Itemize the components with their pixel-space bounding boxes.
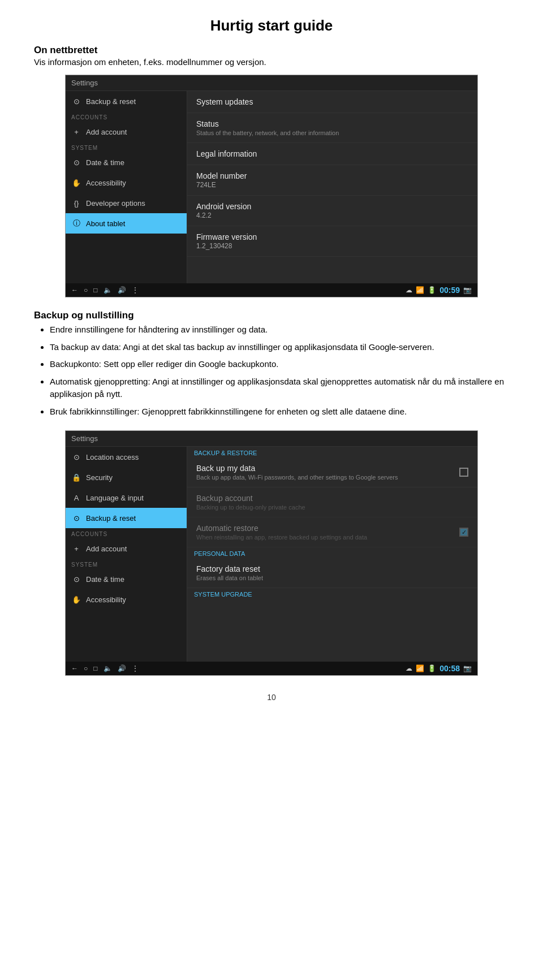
developer-options-icon: {} (71, 198, 81, 208)
screenshot2-content: BACKUP & RESTORE Back up my data Back up… (187, 447, 477, 662)
sidebar-item-backup-reset[interactable]: ⊙ Backup & reset (66, 91, 187, 111)
screenshot2-header: Settings (66, 431, 477, 447)
content-model-number[interactable]: Model number 724LE (187, 165, 477, 196)
content-automatic-restore: Automatic restore When reinstalling an a… (187, 517, 477, 547)
sidebar-item-about-tablet[interactable]: ⓘ About tablet (66, 213, 187, 234)
volume-down-icon: 🔈 (104, 286, 112, 294)
section1-heading: On nettbrettet (34, 45, 509, 56)
about-tablet-icon: ⓘ (71, 218, 81, 228)
backup-my-data-checkbox[interactable] (459, 468, 468, 477)
sidebar-item-accessibility2[interactable]: ✋ Accessibility (66, 589, 187, 610)
wifi-icon: ☁ (406, 286, 412, 294)
screenshot1-statusbar: ← ○ □ 🔈 🔊 ⋮ ☁ 📶 🔋 00:59 📷 (66, 283, 477, 297)
status-clock2: 00:58 (439, 664, 460, 673)
content-legal-info[interactable]: Legal information (187, 143, 477, 165)
bullet-5: Bruk fabrikkinnstillinger: Gjenopprett f… (50, 405, 509, 418)
volume-down-icon2: 🔈 (104, 664, 112, 672)
accounts-section-label2: ACCOUNTS (66, 528, 187, 538)
content-factory-reset[interactable]: Factory data reset Erases all data on ta… (187, 558, 477, 588)
volume-up-icon: 🔊 (118, 286, 126, 294)
backup-restore-section-label: BACKUP & RESTORE (187, 447, 477, 457)
screenshot2-statusbar: ← ○ □ 🔈 🔊 ⋮ ☁ 📶 🔋 00:58 📷 (66, 662, 477, 675)
sidebar-item-location-access[interactable]: ⊙ Location access (66, 447, 187, 467)
section2-heading: Backup og nullstilling (34, 310, 509, 321)
status-clock: 00:59 (439, 286, 460, 295)
camera-icon: 📷 (463, 286, 472, 294)
battery-icon: 🔋 (428, 286, 436, 294)
page-number: 10 (34, 693, 509, 702)
signal-icon2: 📶 (416, 664, 424, 672)
home-icon: ○ (84, 286, 88, 294)
section2: Backup og nullstilling Endre innstilling… (34, 310, 509, 418)
content-backup-account: Backup account Backing up to debug-only … (187, 487, 477, 517)
system-section-label2: SYSTEM (66, 559, 187, 569)
section1-subtext: Vis informasjon om enheten, f.eks. model… (34, 57, 509, 67)
section2-bullets: Endre innstillingene for håndtering av i… (34, 323, 509, 418)
system-upgrade-section-label: SYSTEM UPGRADE (187, 588, 477, 599)
bullet-2: Ta backup av data: Angi at det skal tas … (50, 341, 509, 354)
content-android-version[interactable]: Android version 4.2.2 (187, 196, 477, 226)
recents-icon2: □ (93, 664, 97, 672)
date-time-icon: ⊙ (71, 157, 81, 167)
screenshot1-content: System updates Status Status of the batt… (187, 91, 477, 283)
home-icon2: ○ (84, 664, 88, 672)
date-time-icon2: ⊙ (71, 574, 81, 584)
location-icon: ⊙ (71, 452, 81, 462)
accounts-section-label: ACCOUNTS (66, 111, 187, 122)
sidebar-item-backup-reset2[interactable]: ⊙ Backup & reset (66, 508, 187, 528)
sidebar-item-date-time2[interactable]: ⊙ Date & time (66, 569, 187, 589)
content-system-updates[interactable]: System updates (187, 91, 477, 113)
back-icon: ← (71, 286, 78, 294)
sidebar-item-add-account[interactable]: + Add account (66, 122, 187, 142)
content-firmware-version[interactable]: Firmware version 1.2_130428 (187, 226, 477, 257)
content-backup-my-data[interactable]: Back up my data Back up app data, Wi-Fi … (187, 457, 477, 487)
screenshot2-sidebar: ⊙ Location access 🔒 Security A Language … (66, 447, 187, 662)
sidebar-item-date-time[interactable]: ⊙ Date & time (66, 152, 187, 172)
signal-icon: 📶 (416, 286, 424, 294)
camera-icon2: 📷 (463, 664, 472, 672)
sidebar-item-language-input[interactable]: A Language & input (66, 487, 187, 508)
system-section-label: SYSTEM (66, 142, 187, 152)
sidebar-item-add-account2[interactable]: + Add account (66, 538, 187, 559)
page-title: Hurtig start guide (34, 17, 509, 34)
battery-icon2: 🔋 (428, 664, 436, 672)
sidebar-item-accessibility[interactable]: ✋ Accessibility (66, 172, 187, 193)
language-icon: A (71, 493, 81, 503)
add-account-icon: + (71, 127, 81, 137)
backup-icon2: ⊙ (71, 513, 81, 523)
screenshot1-body: ⊙ Backup & reset ACCOUNTS + Add account … (66, 91, 477, 283)
backup-reset-icon: ⊙ (71, 96, 81, 106)
sidebar-item-security[interactable]: 🔒 Security (66, 467, 187, 487)
add-account-icon2: + (71, 543, 81, 554)
personal-data-section-label: PERSONAL DATA (187, 547, 477, 558)
wifi-icon2: ☁ (406, 664, 412, 672)
more-icon2: ⋮ (132, 664, 139, 672)
bullet-3: Backupkonto: Sett opp eller rediger din … (50, 358, 509, 371)
accessibility-icon: ✋ (71, 178, 81, 188)
sidebar-item-developer-options[interactable]: {} Developer options (66, 193, 187, 213)
more-icon: ⋮ (132, 286, 139, 294)
back-icon2: ← (71, 664, 78, 672)
screenshot1: Settings ⊙ Backup & reset ACCOUNTS + Add… (65, 75, 478, 297)
bullet-4: Automatisk gjenoppretting: Angi at innst… (50, 375, 509, 401)
recents-icon: □ (93, 286, 97, 294)
accessibility-icon2: ✋ (71, 594, 81, 605)
content-status[interactable]: Status Status of the battery, network, a… (187, 113, 477, 143)
bullet-1: Endre innstillingene for håndtering av i… (50, 323, 509, 336)
automatic-restore-checkbox: ✓ (459, 528, 468, 537)
screenshot1-header: Settings (66, 75, 477, 91)
screenshot1-sidebar: ⊙ Backup & reset ACCOUNTS + Add account … (66, 91, 187, 283)
screenshot2-body: ⊙ Location access 🔒 Security A Language … (66, 447, 477, 662)
volume-up-icon2: 🔊 (118, 664, 126, 672)
security-icon: 🔒 (71, 472, 81, 482)
screenshot2: Settings ⊙ Location access 🔒 Security A … (65, 430, 478, 676)
